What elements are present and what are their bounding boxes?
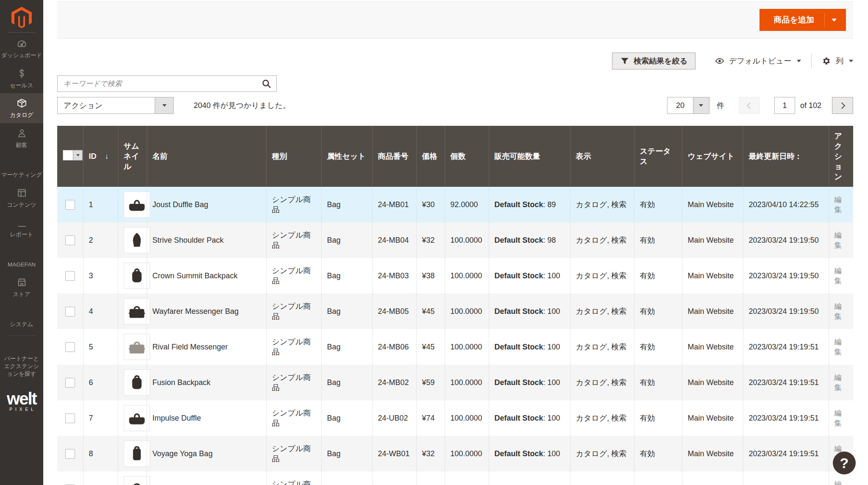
column-header-sku[interactable]: 商品番号: [372, 126, 416, 187]
product-thumbnail-messenger-icon: [128, 302, 146, 321]
add-product-dropdown[interactable]: [825, 19, 843, 22]
column-header-websites[interactable]: ウェブサイト: [682, 126, 743, 187]
search-icon[interactable]: [261, 78, 272, 89]
column-header-price[interactable]: 価格: [416, 126, 445, 187]
cell-salable-qty: Default Stock: 98: [489, 222, 570, 258]
column-header-visibility[interactable]: 表示: [570, 126, 634, 187]
edit-link[interactable]: 編集: [835, 195, 842, 214]
cell-sku: 24-MB03: [372, 258, 416, 294]
cell-action: 編集: [829, 400, 853, 436]
row-checkbox[interactable]: [65, 200, 75, 210]
cell-sku: 24-MB06: [372, 329, 416, 365]
sidebar-item-magefan[interactable]: MAGEFAN: [0, 243, 43, 273]
cell-id: 7: [83, 400, 118, 436]
cell-salable-qty: Default Stock: 100: [489, 365, 570, 400]
column-header-id[interactable]: ID↓: [83, 126, 118, 187]
cell-qty: 100.0000: [445, 365, 489, 400]
row-checkbox[interactable]: [65, 378, 75, 388]
sidebar-item-sales[interactable]: セールス: [0, 64, 43, 94]
sidebar-item-marketing[interactable]: マーケティング: [0, 153, 43, 183]
dashboard-icon: [17, 38, 27, 49]
edit-link[interactable]: 編集: [835, 409, 842, 427]
column-header-status[interactable]: ステータス: [634, 126, 682, 187]
cell-type: シンプル商品: [266, 187, 321, 222]
magefan-icon: [17, 247, 27, 258]
cell-type: シンプル商品: [266, 258, 321, 294]
edit-link[interactable]: 編集: [835, 266, 842, 285]
cell-updated-at: 2023/04/10 14:22:55: [743, 187, 829, 222]
column-header-updated-at[interactable]: 最終更新日時：: [743, 126, 829, 187]
cell-updated-at: 2023/03/24 19:19:50: [743, 222, 829, 258]
prev-page-button[interactable]: [739, 97, 760, 114]
column-header-thumbnail[interactable]: サムネイル: [118, 126, 147, 187]
sidebar-item-label: カタログ: [10, 111, 33, 119]
columns-selector[interactable]: 列: [822, 56, 853, 66]
edit-link[interactable]: 編集: [835, 231, 842, 249]
catalog-icon: [17, 98, 27, 108]
cell-websites: Main Website: [682, 329, 743, 365]
row-checkbox[interactable]: [65, 271, 75, 281]
row-checkbox[interactable]: [65, 307, 75, 316]
column-header-qty[interactable]: 個数: [445, 126, 489, 187]
column-header-type[interactable]: 種別: [266, 126, 321, 187]
cell-checkbox: [57, 294, 83, 329]
page-action-bar: 商品を追加: [57, 1, 853, 39]
edit-link[interactable]: 編集: [835, 480, 842, 485]
column-header-label: 販売可能数量: [495, 152, 540, 161]
sidebar-item-customers[interactable]: 顧客: [0, 123, 43, 153]
select-all-checkbox[interactable]: [63, 150, 73, 161]
column-header-attribute-set[interactable]: 属性セット: [321, 126, 372, 187]
cell-status: 有効: [634, 471, 682, 485]
sidebar-item-stores[interactable]: ストア: [0, 272, 43, 302]
weltpixel-word: welt: [0, 391, 43, 406]
row-checkbox[interactable]: [65, 236, 75, 245]
next-page-button[interactable]: [832, 97, 853, 114]
sidebar-item-reports[interactable]: レポート: [0, 213, 43, 243]
filters-button[interactable]: 検索結果を絞る: [612, 53, 696, 69]
sidebar-item-catalog[interactable]: カタログ: [0, 93, 43, 123]
column-header-name[interactable]: 名前: [147, 126, 266, 187]
grid-actions-row: アクション 2040 件が見つかりました。 20 件 of 102: [57, 97, 853, 114]
cell-id: 9: [83, 471, 118, 485]
cell-qty: 100.0000: [445, 436, 489, 471]
row-checkbox[interactable]: [65, 449, 75, 459]
select-arrow-button[interactable]: [155, 97, 173, 114]
sidebar-item-system[interactable]: システム: [0, 302, 43, 333]
help-button[interactable]: ?: [833, 452, 856, 474]
customers-icon: [17, 128, 27, 139]
column-header-action[interactable]: アクション: [829, 126, 853, 187]
cell-salable-qty: Default Stock: 100: [489, 400, 570, 436]
cell-updated-at: 2023/03/24 19:19:50: [743, 294, 829, 329]
select-arrow-button[interactable]: [693, 97, 709, 114]
page-number-input[interactable]: [774, 97, 795, 114]
weltpixel-logo[interactable]: welt PIXEL: [0, 391, 43, 412]
column-header-salable-qty[interactable]: 販売可能数量: [489, 126, 570, 187]
row-checkbox[interactable]: [65, 413, 75, 423]
per-page-select[interactable]: 20: [667, 97, 709, 114]
cell-status: 有効: [634, 365, 682, 400]
view-selector[interactable]: デフォルトビュー: [715, 56, 801, 66]
product-thumbnail: [124, 405, 150, 431]
cell-price: ¥45: [416, 329, 445, 365]
cell-updated-at: 2023/03/24 19:19:51: [743, 400, 829, 436]
edit-link[interactable]: 編集: [835, 338, 842, 356]
sidebar-item-content[interactable]: コンテンツ: [0, 183, 43, 213]
magento-logo-icon[interactable]: [8, 5, 35, 29]
add-product-button[interactable]: 商品を追加: [760, 9, 846, 31]
cell-updated-at: 2023/03/24 19:19:51: [743, 329, 829, 365]
search-input[interactable]: [57, 75, 277, 92]
edit-link[interactable]: 編集: [835, 373, 842, 392]
column-header-label: 個数: [451, 152, 466, 161]
table-row: 6Fusion Backpackシンプル商品Bag24-MB02¥59100.0…: [57, 365, 853, 400]
edit-link[interactable]: 編集: [835, 302, 842, 321]
cell-websites: Main Website: [682, 294, 743, 329]
product-thumbnail: [124, 227, 150, 253]
row-checkbox[interactable]: [65, 342, 75, 352]
cell-sku: 24-MB01: [372, 187, 416, 222]
cell-name: Fusion Backpack: [147, 365, 266, 400]
select-all-dropdown[interactable]: [73, 150, 83, 161]
sidebar-item-dashboard[interactable]: ダッシュボード: [0, 33, 43, 64]
cell-attribute-set: Bag: [321, 400, 372, 436]
sidebar-item-partners[interactable]: パートナーとエクステンションを探す: [0, 337, 43, 382]
mass-action-select[interactable]: アクション: [57, 97, 174, 114]
